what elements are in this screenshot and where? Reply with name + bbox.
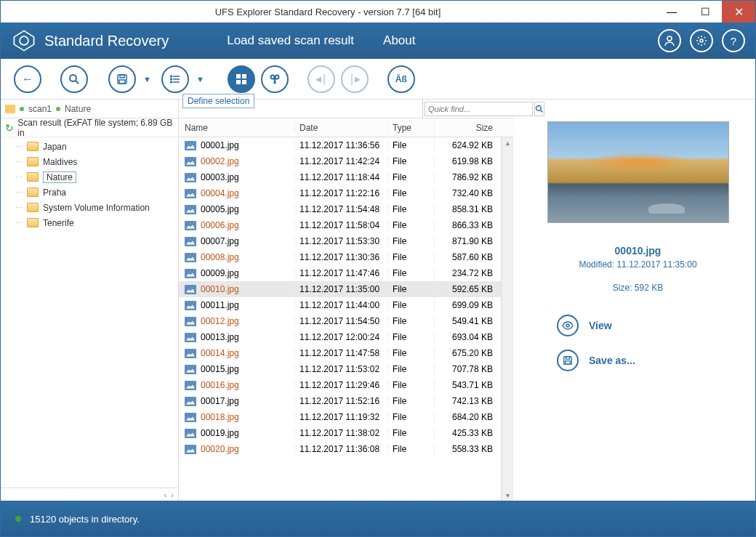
find-button[interactable] xyxy=(261,65,289,93)
svg-rect-18 xyxy=(242,80,246,84)
file-row[interactable]: 00009.jpg11.12.2017 11:47:46File234.72 K… xyxy=(179,265,513,281)
maximize-button[interactable]: ☐ xyxy=(688,1,722,23)
scroll-right-icon[interactable]: › xyxy=(171,490,174,499)
file-row[interactable]: 00013.jpg11.12.2017 12:00:24File693.04 K… xyxy=(179,329,513,345)
breadcrumb[interactable]: scan1 Nature xyxy=(1,100,178,118)
tree-item[interactable]: ⋯System Volume Information xyxy=(1,200,178,215)
column-name[interactable]: Name xyxy=(179,123,295,133)
tree-horizontal-scrollbar[interactable]: ‹ › xyxy=(1,488,178,501)
svg-point-12 xyxy=(170,76,172,77)
minimize-button[interactable]: — xyxy=(655,1,688,23)
file-row[interactable]: 00008.jpg11.12.2017 11:30:36File587.60 K… xyxy=(179,249,513,265)
save-button[interactable] xyxy=(108,65,136,93)
column-size[interactable]: Size xyxy=(435,123,500,133)
breadcrumb-item[interactable]: Nature xyxy=(65,104,91,114)
app-name: Standard Recovery xyxy=(44,33,169,49)
file-row[interactable]: 00002.jpg11.12.2017 11:42:24File619.98 K… xyxy=(179,153,513,169)
image-file-icon xyxy=(185,189,196,198)
image-file-icon xyxy=(185,157,196,166)
svg-point-3 xyxy=(700,39,703,42)
file-row[interactable]: 00019.jpg11.12.2017 11:38:02File425.33 K… xyxy=(179,425,513,441)
file-size: 732.40 KB xyxy=(435,188,500,198)
image-file-icon xyxy=(185,173,196,182)
file-row[interactable]: 00004.jpg11.12.2017 11:22:16File732.40 K… xyxy=(179,185,513,201)
list-options-button[interactable] xyxy=(161,65,189,93)
breadcrumb-item[interactable]: scan1 xyxy=(28,104,52,114)
svg-point-14 xyxy=(170,81,172,83)
file-type: File xyxy=(388,380,435,390)
scroll-down-icon[interactable]: ▾ xyxy=(506,491,510,499)
close-button[interactable]: ✕ xyxy=(722,1,755,23)
file-row[interactable]: 00016.jpg11.12.2017 11:29:46File543.71 K… xyxy=(179,377,513,393)
file-type: File xyxy=(388,332,435,342)
settings-icon[interactable] xyxy=(690,29,713,52)
list-dropdown-caret[interactable]: ▼ xyxy=(196,75,204,84)
file-type: File xyxy=(388,188,435,198)
svg-rect-17 xyxy=(236,80,241,84)
breadcrumb-dot-icon xyxy=(20,107,24,111)
back-button[interactable]: ← xyxy=(14,65,41,93)
svg-point-13 xyxy=(170,78,172,80)
next-button[interactable]: ∣▸ xyxy=(341,65,369,93)
file-row[interactable]: 00011.jpg11.12.2017 11:44:00File699.09 K… xyxy=(179,297,513,313)
file-row[interactable]: 00010.jpg11.12.2017 11:35:00File592.65 K… xyxy=(179,281,513,297)
folder-icon xyxy=(27,157,39,166)
file-size: 549.41 KB xyxy=(435,316,500,326)
file-row[interactable]: 00020.jpg11.12.2017 11:36:08File558.33 K… xyxy=(179,441,513,457)
define-selection-button[interactable] xyxy=(228,65,255,93)
tree-item-label: Tenerife xyxy=(43,218,74,228)
menu-load-saved[interactable]: Load saved scan result xyxy=(227,33,354,48)
column-type[interactable]: Type xyxy=(388,123,435,133)
file-row[interactable]: 00015.jpg11.12.2017 11:53:02File707.78 K… xyxy=(179,361,513,377)
prev-button[interactable]: ◂∣ xyxy=(307,65,335,93)
file-type: File xyxy=(388,284,435,294)
menu-about[interactable]: About xyxy=(383,33,415,48)
file-row[interactable]: 00018.jpg11.12.2017 11:19:32File684.20 K… xyxy=(179,409,513,425)
help-icon[interactable]: ? xyxy=(722,29,745,52)
scan-result-header[interactable]: ↻ Scan result (ExFAT file system; 6.89 G… xyxy=(1,118,178,137)
file-row[interactable]: 00007.jpg11.12.2017 11:53:30File871.90 K… xyxy=(179,233,513,249)
image-file-icon xyxy=(185,253,196,262)
scan-result-label: Scan result (ExFAT file system; 6.89 GB … xyxy=(17,118,175,138)
user-icon[interactable] xyxy=(658,29,681,52)
image-file-icon xyxy=(185,445,196,454)
file-row[interactable]: 00003.jpg11.12.2017 11:18:44File786.92 K… xyxy=(179,169,513,185)
view-button[interactable]: View xyxy=(557,315,635,336)
scroll-up-icon[interactable]: ▴ xyxy=(506,139,510,147)
file-name: 00004.jpg xyxy=(201,188,239,198)
file-row[interactable]: 00014.jpg11.12.2017 11:47:58File675.20 K… xyxy=(179,345,513,361)
file-row[interactable]: 00012.jpg11.12.2017 11:54:50File549.41 K… xyxy=(179,313,513,329)
file-size: 425.33 KB xyxy=(435,428,500,438)
tree-expand-icon: ⋯ xyxy=(15,203,23,211)
tree-item[interactable]: ⋯Nature xyxy=(1,169,178,185)
file-type: File xyxy=(388,412,435,422)
file-name: 00011.jpg xyxy=(201,300,239,310)
tree-item[interactable]: ⋯Japan xyxy=(1,139,178,154)
encoding-button[interactable]: Äß xyxy=(387,65,415,93)
file-type: File xyxy=(388,140,435,150)
file-row[interactable]: 00005.jpg11.12.2017 11:54:48File858.31 K… xyxy=(179,201,513,217)
file-row[interactable]: 00017.jpg11.12.2017 11:52:16File742.13 K… xyxy=(179,393,513,409)
tree-item[interactable]: ⋯Maldives xyxy=(1,154,178,169)
file-list-scrollbar[interactable]: ▴ ▾ xyxy=(501,137,513,501)
column-date[interactable]: Date xyxy=(295,123,388,133)
file-type: File xyxy=(388,268,435,278)
file-type: File xyxy=(388,220,435,230)
file-type: File xyxy=(388,396,435,406)
file-date: 11.12.2017 11:29:46 xyxy=(295,380,388,390)
file-row[interactable]: 00006.jpg11.12.2017 11:58:04File866.33 K… xyxy=(179,217,513,233)
file-type: File xyxy=(388,444,435,454)
file-date: 11.12.2017 11:47:58 xyxy=(295,348,388,358)
menu-items: Load saved scan result About xyxy=(227,33,415,48)
file-row[interactable]: 00001.jpg11.12.2017 11:36:56File624.92 K… xyxy=(179,137,513,153)
tree-item[interactable]: ⋯Tenerife xyxy=(1,215,178,230)
scroll-left-icon[interactable]: ‹ xyxy=(164,490,167,499)
tree-item[interactable]: ⋯Praha xyxy=(1,185,178,200)
search-button[interactable] xyxy=(60,65,88,93)
save-dropdown-caret[interactable]: ▼ xyxy=(143,75,151,84)
file-name: 00017.jpg xyxy=(201,396,239,406)
file-name: 00001.jpg xyxy=(201,140,239,150)
file-date: 11.12.2017 11:53:02 xyxy=(295,364,388,374)
file-date: 11.12.2017 11:35:00 xyxy=(295,284,388,294)
save-as-button[interactable]: Save as... xyxy=(557,350,635,371)
